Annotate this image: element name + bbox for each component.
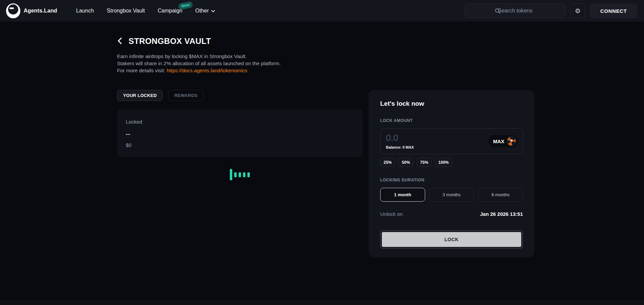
brand-home-link[interactable]: Agents.Land bbox=[6, 3, 57, 18]
lock-button[interactable]: LOCK bbox=[382, 232, 521, 247]
vault-description: Earn infinite airdrops by locking $MAX i… bbox=[117, 53, 644, 74]
locking-duration-label: LOCKING DURATION bbox=[380, 178, 523, 182]
description-line-2: Stakers will share in 2% allocation of a… bbox=[117, 60, 644, 67]
percent-50-button[interactable]: 50% bbox=[398, 158, 413, 167]
unlock-on-row: Unlock on Jan 26 2026 13:51 bbox=[380, 211, 523, 217]
gear-icon: ⚙ bbox=[575, 7, 580, 15]
new-badge: New bbox=[178, 1, 193, 10]
lock-panel: Let's lock now LOCK AMOUNT Balance: 0 MA… bbox=[369, 90, 534, 257]
locked-label: Locked bbox=[126, 119, 354, 125]
lock-amount-label: LOCK AMOUNT bbox=[380, 118, 523, 123]
top-nav-bar: Agents.Land Launch Strongbox Vault Campa… bbox=[0, 0, 644, 22]
nav-item-campaign[interactable]: Campaign New bbox=[158, 8, 182, 14]
locked-amount-value: -- bbox=[126, 131, 354, 137]
back-button[interactable] bbox=[117, 38, 124, 45]
unlock-on-label: Unlock on bbox=[380, 211, 403, 217]
main-nav: Launch Strongbox Vault Campaign New Othe… bbox=[76, 8, 214, 14]
loading-bars-indicator bbox=[117, 169, 363, 181]
lock-amount-input[interactable] bbox=[386, 133, 464, 143]
duration-6-months-button[interactable]: 6 months bbox=[478, 188, 523, 202]
unlock-date-value: Jan 26 2026 13:51 bbox=[480, 211, 523, 217]
lock-amount-box: Balance: 0 MAX MAX bbox=[380, 128, 523, 154]
locked-usd-value: $0 bbox=[126, 142, 354, 148]
description-line-1: Earn infinite airdrops by locking $MAX i… bbox=[117, 53, 644, 60]
search-input[interactable] bbox=[465, 4, 565, 18]
percent-75-button[interactable]: 75% bbox=[417, 158, 432, 167]
max-token-icon bbox=[507, 136, 516, 146]
duration-options: 1 month 3 months 6 months bbox=[380, 188, 523, 202]
tokenomics-link[interactable]: https://docs.agents.land/tokenomics bbox=[167, 68, 247, 73]
tab-rewards[interactable]: REWARDS bbox=[168, 90, 204, 101]
connect-wallet-button[interactable]: CONNECT bbox=[590, 3, 637, 18]
nav-item-strongbox-vault[interactable]: Strongbox Vault bbox=[107, 8, 145, 14]
duration-3-months-button[interactable]: 3 months bbox=[429, 188, 474, 202]
description-line-3: For more details visit: https://docs.age… bbox=[117, 67, 644, 74]
lock-panel-title: Let's lock now bbox=[380, 100, 523, 107]
search-icon bbox=[495, 8, 501, 14]
agents-land-logo-icon bbox=[6, 3, 20, 18]
chevron-down-icon bbox=[211, 8, 215, 12]
nav-item-launch[interactable]: Launch bbox=[76, 8, 94, 14]
duration-1-month-button[interactable]: 1 month bbox=[380, 188, 425, 202]
lock-button-frame: LOCK bbox=[380, 230, 523, 249]
percent-shortcut-row: 25% 50% 75% 100% bbox=[380, 158, 523, 167]
search-tokens-box[interactable] bbox=[465, 3, 566, 18]
page-title: STRONGBOX VAULT bbox=[129, 36, 211, 46]
percent-25-button[interactable]: 25% bbox=[380, 158, 395, 167]
locked-summary-card: Locked -- $0 bbox=[117, 109, 363, 157]
tab-your-locked[interactable]: YOUR LOCKED bbox=[117, 90, 163, 101]
percent-100-button[interactable]: 100% bbox=[435, 158, 452, 167]
nav-item-other[interactable]: Other bbox=[195, 8, 214, 14]
footer-strip bbox=[0, 300, 644, 305]
brand-name: Agents.Land bbox=[24, 8, 57, 14]
locked-rewards-tabs: YOUR LOCKED REWARDS bbox=[117, 90, 363, 101]
main-content: STRONGBOX VAULT Earn infinite airdrops b… bbox=[0, 22, 644, 257]
max-button[interactable]: MAX bbox=[488, 135, 518, 147]
settings-button[interactable]: ⚙ bbox=[570, 3, 585, 18]
